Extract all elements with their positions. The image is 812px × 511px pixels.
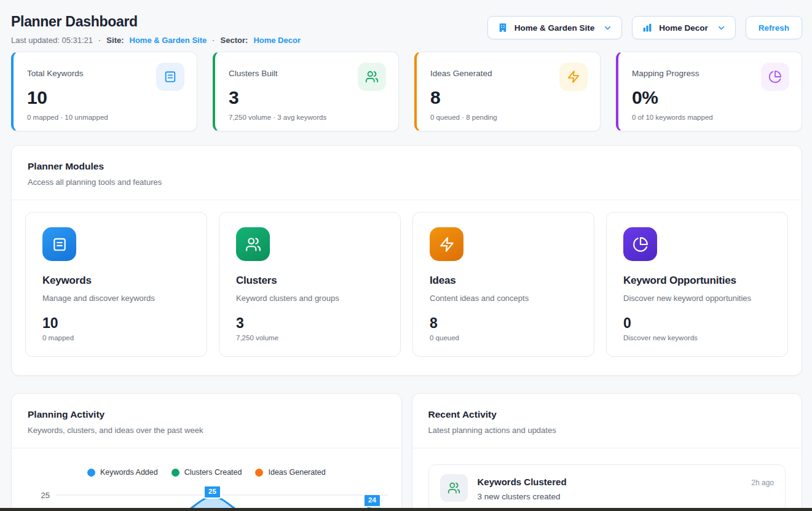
- stat-subtext: 0 mapped · 10 unmapped: [27, 114, 184, 121]
- pie-chart-icon: [623, 227, 657, 261]
- activity-item-time: 2h ago: [751, 478, 774, 487]
- module-card-keywords[interactable]: Keywords Manage and discover keywords 10…: [25, 212, 207, 357]
- legend-item-ideas-generated: Ideas Generated: [255, 468, 325, 477]
- stat-subtext: 7,250 volume · 3 avg keywords: [229, 114, 386, 121]
- module-description: Keyword clusters and groups: [236, 294, 384, 303]
- bottom-edge-bar: [0, 508, 812, 511]
- stat-card-total-keywords: Total Keywords 10 0 mapped · 10 unmapped: [11, 52, 197, 131]
- site-selector-dropdown[interactable]: Home & Garden Site: [487, 16, 623, 39]
- legend-dot-green: [171, 469, 179, 477]
- module-card-ideas[interactable]: Ideas Content ideas and concepts 8 0 que…: [412, 212, 594, 357]
- site-link[interactable]: Home & Garden Site: [130, 36, 207, 45]
- page-title: Planner Dashboard: [11, 14, 301, 30]
- y-axis-tick: 25: [41, 491, 50, 500]
- module-subtext: 0 queued: [430, 334, 577, 341]
- meta-separator: ·: [212, 36, 215, 45]
- module-title: Ideas: [430, 275, 577, 287]
- module-description: Manage and discover keywords: [42, 294, 190, 303]
- chevron-down-icon: [717, 23, 726, 33]
- stat-label: Total Keywords: [27, 69, 84, 78]
- module-value: 10: [42, 315, 190, 332]
- area-chart-canvas: 25 25 24: [12, 482, 401, 511]
- header-meta: Last updated: 05:31:21 · Site: Home & Ga…: [11, 36, 301, 45]
- document-icon: [156, 63, 184, 91]
- data-point-label: 24: [363, 494, 381, 507]
- site-selector-label: Home & Garden Site: [514, 23, 595, 33]
- module-title: Keywords: [42, 275, 190, 287]
- stat-label: Mapping Progress: [632, 69, 700, 78]
- recent-activity-title: Recent Activity: [428, 409, 786, 420]
- module-value: 0: [623, 315, 771, 332]
- planning-activity-subtitle: Keywords, clusters, and ideas over the p…: [28, 426, 385, 435]
- legend-label: Clusters Created: [184, 468, 242, 477]
- stat-card-clusters-built: Clusters Built 3 7,250 volume · 3 avg ke…: [213, 52, 399, 131]
- bar-chart-icon: [642, 22, 653, 33]
- activity-chart: Keywords Added Clusters Created Ideas Ge…: [12, 448, 401, 511]
- module-subtext: Discover new keywords: [623, 334, 771, 341]
- module-subtext: 7,250 volume: [236, 334, 384, 341]
- activity-item-description: 3 new clusters created: [478, 492, 775, 501]
- meta-separator: ·: [98, 36, 101, 45]
- header: Planner Dashboard Last updated: 05:31:21…: [11, 0, 802, 45]
- module-value: 8: [430, 315, 577, 332]
- stat-card-ideas-generated: Ideas Generated 8 0 queued · 8 pending: [414, 52, 601, 131]
- building-icon: [497, 22, 508, 33]
- chevron-down-icon: [603, 23, 612, 33]
- stat-cards-row: Total Keywords 10 0 mapped · 10 unmapped…: [11, 52, 802, 131]
- stat-label: Ideas Generated: [430, 69, 492, 78]
- stat-subtext: 0 of 10 keywords mapped: [632, 114, 789, 121]
- data-point-label: 25: [203, 485, 221, 499]
- sector-selector-dropdown[interactable]: Home Decor: [632, 16, 736, 39]
- stat-subtext: 0 queued · 8 pending: [430, 114, 588, 121]
- header-left: Planner Dashboard Last updated: 05:31:21…: [11, 14, 301, 45]
- legend-label: Ideas Generated: [268, 468, 325, 477]
- legend-item-clusters-created: Clusters Created: [171, 468, 242, 477]
- site-label: Site:: [106, 36, 124, 45]
- legend-label: Keywords Added: [100, 468, 158, 477]
- zap-icon: [430, 227, 463, 261]
- chart-legend: Keywords Added Clusters Created Ideas Ge…: [12, 468, 401, 477]
- planner-dashboard-page: Planner Dashboard Last updated: 05:31:21…: [0, 0, 812, 511]
- activity-item-title: Keywords Clustered: [478, 477, 567, 487]
- sector-link[interactable]: Home Decor: [253, 36, 301, 45]
- users-icon: [440, 474, 468, 502]
- planner-modules-section: Planner Modules Access all planning tool…: [11, 145, 802, 376]
- refresh-button[interactable]: Refresh: [746, 16, 802, 39]
- header-controls: Home & Garden Site Home Decor Refresh: [487, 16, 802, 39]
- legend-dot-orange: [255, 469, 263, 477]
- document-icon: [42, 227, 76, 261]
- planning-activity-section: Planning Activity Keywords, clusters, an…: [11, 393, 402, 511]
- module-card-keyword-opportunities[interactable]: Keyword Opportunities Discover new keywo…: [606, 212, 788, 357]
- modules-section-title: Planner Modules: [28, 161, 786, 172]
- pie-chart-icon: [761, 63, 789, 91]
- sector-label: Sector:: [221, 36, 248, 45]
- recent-activity-subtitle: Latest planning actions and updates: [428, 426, 786, 435]
- module-description: Content ideas and concepts: [430, 294, 577, 303]
- stat-card-mapping-progress: Mapping Progress 0% 0 of 10 keywords map…: [616, 52, 802, 131]
- activity-item-keywords-clustered[interactable]: Keywords Clustered 2h ago 3 new clusters…: [428, 464, 786, 511]
- module-value: 3: [236, 315, 384, 332]
- module-description: Discover new keyword opportunities: [623, 294, 771, 303]
- module-title: Clusters: [236, 275, 384, 287]
- module-subtext: 0 mapped: [42, 334, 190, 341]
- legend-item-keywords-added: Keywords Added: [87, 468, 158, 477]
- sector-selector-label: Home Decor: [659, 23, 708, 33]
- bottom-row: Planning Activity Keywords, clusters, an…: [11, 393, 802, 511]
- legend-dot-blue: [87, 469, 95, 477]
- recent-activity-section: Recent Activity Latest planning actions …: [412, 393, 803, 511]
- planning-activity-title: Planning Activity: [28, 409, 385, 420]
- module-card-clusters[interactable]: Clusters Keyword clusters and groups 3 7…: [219, 212, 401, 357]
- modules-section-subtitle: Access all planning tools and features: [28, 177, 786, 187]
- module-title: Keyword Opportunities: [623, 275, 771, 287]
- users-icon: [358, 63, 386, 91]
- stat-label: Clusters Built: [229, 69, 278, 78]
- users-icon: [236, 227, 270, 261]
- last-updated-text: Last updated: 05:31:21: [11, 36, 93, 45]
- modules-grid: Keywords Manage and discover keywords 10…: [12, 200, 802, 375]
- zap-icon: [559, 63, 588, 91]
